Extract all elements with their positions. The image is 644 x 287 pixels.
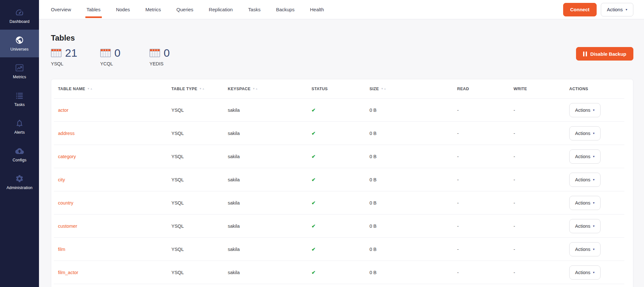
tab[interactable]: Tables bbox=[79, 0, 108, 19]
sidebar-item-metrics[interactable]: Metrics bbox=[0, 57, 39, 85]
cell-keyspace: sakila bbox=[228, 270, 312, 275]
cell-status: ✔ bbox=[312, 270, 370, 275]
table-name-link[interactable]: film bbox=[58, 247, 65, 252]
tab[interactable]: Metrics bbox=[138, 0, 168, 19]
sort-icon[interactable]: ▼▲ bbox=[199, 87, 205, 91]
table-name-link[interactable]: customer bbox=[58, 224, 77, 229]
table-name-link[interactable]: address bbox=[58, 131, 75, 136]
cell-write: - bbox=[514, 247, 569, 252]
cell-read: - bbox=[457, 270, 514, 275]
tab[interactable]: Overview bbox=[43, 0, 79, 19]
cell-size: 0 B bbox=[370, 200, 457, 206]
sidebar: Dashboard Universes Metrics Tasks Alerts bbox=[0, 0, 39, 287]
sidebar-item-administration[interactable]: Administration bbox=[0, 168, 39, 196]
column-header[interactable]: TABLE NAME ▼▲ bbox=[58, 87, 171, 91]
sort-icon[interactable]: ▼▲ bbox=[381, 87, 387, 91]
table-row: address YSQL sakila ✔ 0 B - - Actions bbox=[54, 122, 624, 145]
sidebar-item-label: Dashboard bbox=[9, 19, 29, 24]
chevron-down-icon: ▾ bbox=[593, 248, 595, 251]
cell-table-name: film_actor bbox=[58, 270, 171, 275]
table-name-link[interactable]: category bbox=[58, 154, 76, 159]
sort-icon[interactable]: ▼▲ bbox=[87, 87, 93, 91]
chevron-down-icon: ▾ bbox=[593, 132, 595, 135]
cell-actions: Actions ▾ bbox=[569, 173, 624, 187]
column-header[interactable]: READ ▼▲ bbox=[457, 87, 514, 91]
chevron-down-icon: ▾ bbox=[626, 8, 627, 11]
status-ok-icon: ✔ bbox=[312, 107, 316, 113]
tab[interactable]: Tasks bbox=[240, 0, 268, 19]
cloud-upload-icon bbox=[15, 147, 24, 155]
disable-backup-button[interactable]: Disable Backup bbox=[576, 47, 633, 61]
table-name-link[interactable]: city bbox=[58, 177, 65, 182]
column-header[interactable]: SIZE ▼▲ bbox=[370, 87, 457, 91]
row-actions-button[interactable]: Actions ▾ bbox=[569, 173, 601, 187]
sidebar-item-universes[interactable]: Universes bbox=[0, 30, 39, 57]
status-ok-icon: ✔ bbox=[312, 223, 316, 229]
cell-write: - bbox=[514, 224, 569, 229]
column-header[interactable]: KEYSPACE ▼▲ bbox=[228, 87, 312, 91]
tab[interactable]: Queries bbox=[169, 0, 201, 19]
sidebar-item-configs[interactable]: Configs bbox=[0, 140, 39, 168]
cell-read: - bbox=[457, 247, 514, 252]
cell-keyspace: sakila bbox=[228, 177, 312, 182]
cell-size: 0 B bbox=[370, 224, 457, 229]
cell-write: - bbox=[514, 270, 569, 275]
row-actions-label: Actions bbox=[575, 177, 591, 182]
table-header-row: TABLE NAME ▼▲ TABLE TYPE ▼▲ KEYSPACE ▼▲ bbox=[54, 79, 624, 99]
cell-table-type: YSQL bbox=[171, 200, 228, 206]
sidebar-item-dashboard[interactable]: Dashboard bbox=[0, 2, 39, 30]
cell-table-name: film bbox=[58, 247, 171, 252]
tab[interactable]: Backups bbox=[268, 0, 303, 19]
table-name-link[interactable]: actor bbox=[58, 108, 68, 113]
page-title: Tables bbox=[51, 19, 633, 43]
cell-status: ✔ bbox=[312, 200, 370, 206]
cell-keyspace: sakila bbox=[228, 224, 312, 229]
row-actions-button[interactable]: Actions ▾ bbox=[569, 265, 601, 280]
row-actions-button[interactable]: Actions ▾ bbox=[569, 149, 601, 164]
table-count-stat: 21 YSQL bbox=[51, 47, 100, 66]
table-name-link[interactable]: film_actor bbox=[58, 270, 78, 275]
chevron-down-icon: ▾ bbox=[593, 271, 595, 274]
cell-keyspace: sakila bbox=[228, 131, 312, 136]
row-actions-button[interactable]: Actions ▾ bbox=[569, 219, 601, 233]
column-header-label: ACTIONS bbox=[569, 87, 588, 91]
table-row: city YSQL sakila ✔ 0 B - - Actions bbox=[54, 168, 624, 191]
tab[interactable]: Health bbox=[302, 0, 332, 19]
column-header[interactable]: STATUS ▼▲ bbox=[312, 87, 370, 91]
table-row: country YSQL sakila ✔ 0 B - - Actions bbox=[54, 191, 624, 215]
cell-table-type: YSQL bbox=[171, 108, 228, 113]
tab-label: Replication bbox=[209, 7, 233, 12]
universe-actions-button[interactable]: Actions ▾ bbox=[601, 3, 633, 16]
tab-label: Tasks bbox=[248, 7, 260, 12]
sidebar-item-tasks[interactable]: Tasks bbox=[0, 85, 39, 113]
column-header-label: SIZE bbox=[370, 87, 379, 91]
tab[interactable]: Replication bbox=[201, 0, 240, 19]
tab-label: Health bbox=[310, 7, 324, 12]
row-actions-label: Actions bbox=[575, 247, 591, 252]
row-actions-button[interactable]: Actions ▾ bbox=[569, 126, 601, 140]
column-header-label: KEYSPACE bbox=[228, 87, 251, 91]
sort-icon[interactable]: ▼▲ bbox=[253, 87, 258, 91]
chevron-down-icon: ▾ bbox=[593, 109, 595, 112]
chevron-down-icon: ▾ bbox=[593, 155, 595, 158]
sidebar-item-alerts[interactable]: Alerts bbox=[0, 113, 39, 140]
column-header[interactable]: ACTIONS ▼▲ bbox=[569, 87, 624, 91]
tab[interactable]: Nodes bbox=[108, 0, 138, 19]
cell-keyspace: sakila bbox=[228, 154, 312, 159]
column-header[interactable]: TABLE TYPE ▼▲ bbox=[171, 87, 228, 91]
tab-label: Tables bbox=[87, 7, 101, 12]
row-actions-label: Actions bbox=[575, 108, 591, 113]
cell-size: 0 B bbox=[370, 177, 457, 182]
cell-status: ✔ bbox=[312, 154, 370, 159]
globe-icon bbox=[15, 36, 24, 44]
row-actions-button[interactable]: Actions ▾ bbox=[569, 242, 601, 256]
row-actions-button[interactable]: Actions ▾ bbox=[569, 103, 601, 117]
line-chart-icon bbox=[15, 63, 24, 72]
row-actions-button[interactable]: Actions ▾ bbox=[569, 196, 601, 210]
table-row: actor YSQL sakila ✔ 0 B - - Actions bbox=[54, 99, 624, 122]
connect-button[interactable]: Connect bbox=[563, 3, 597, 16]
column-header[interactable]: WRITE ▼▲ bbox=[514, 87, 569, 91]
task-list-icon bbox=[15, 91, 24, 100]
tab-label: Nodes bbox=[116, 7, 130, 12]
table-name-link[interactable]: country bbox=[58, 200, 73, 206]
